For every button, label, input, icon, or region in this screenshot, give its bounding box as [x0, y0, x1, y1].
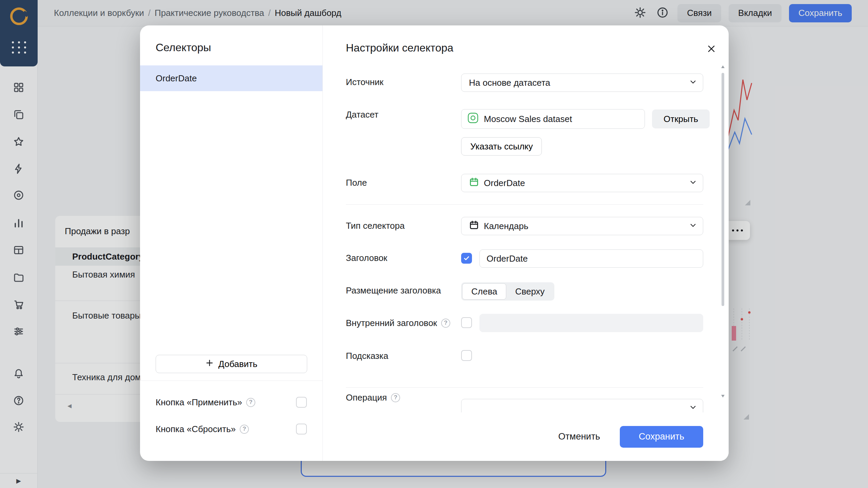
title-label: Заголовок — [346, 252, 387, 263]
source-label: Источник — [346, 77, 383, 87]
scroll-up-icon[interactable] — [721, 65, 725, 68]
source-value: На основе датасета — [469, 78, 550, 88]
field-label: Поле — [346, 177, 367, 188]
add-selector-button[interactable]: Добавить — [156, 355, 307, 373]
reset-button-row: Кнопка «Сбросить» ? — [156, 421, 307, 438]
calendar-icon — [469, 220, 479, 232]
inner-title-input[interactable] — [479, 314, 703, 332]
scroll-down-icon[interactable] — [721, 395, 725, 398]
chevron-down-icon — [689, 403, 697, 413]
placement-option-top[interactable]: Сверху — [506, 283, 553, 300]
inner-title-text: Внутренний заголовок — [346, 318, 437, 328]
hint-label: Подсказка — [346, 350, 388, 361]
selector-type-label: Тип селектора — [346, 220, 405, 231]
source-select[interactable]: На основе датасета — [461, 74, 703, 92]
help-circle-icon[interactable]: ? — [391, 393, 400, 402]
selector-dialog: Селекторы OrderDate Добавить Кнопка «При… — [140, 25, 729, 461]
placement-option-left[interactable]: Слева — [462, 283, 506, 300]
form-divider — [346, 387, 703, 388]
selector-item-label: OrderDate — [156, 73, 197, 84]
apply-button-row: Кнопка «Применить» ? — [156, 394, 307, 411]
panel-divider — [140, 381, 322, 381]
dataset-name: Moscow Sales dataset — [484, 114, 572, 124]
help-circle-icon[interactable]: ? — [240, 425, 249, 434]
operation-label: Операция ? — [346, 392, 400, 403]
calendar-field-icon — [469, 177, 479, 189]
close-icon — [707, 44, 716, 55]
placement-label: Размещение заголовка — [346, 285, 441, 296]
plus-icon — [205, 359, 214, 369]
dialog-scrollbar — [720, 65, 726, 398]
help-circle-icon[interactable]: ? — [246, 398, 255, 407]
selectors-list-panel: Селекторы OrderDate Добавить Кнопка «При… — [140, 25, 323, 461]
dataset-field[interactable]: Moscow Sales dataset — [461, 109, 645, 129]
dialog-footer: Отменить Сохранить — [323, 412, 729, 461]
title-checkbox[interactable] — [461, 253, 472, 264]
field-select[interactable]: OrderDate — [461, 174, 703, 192]
title-input[interactable] — [479, 249, 703, 268]
dataset-icon — [467, 112, 479, 126]
selectors-panel-title: Селекторы — [156, 41, 211, 54]
help-circle-icon[interactable]: ? — [441, 319, 450, 328]
chevron-down-icon — [689, 78, 697, 88]
chevron-down-icon — [689, 221, 697, 231]
selector-type-select[interactable]: Календарь — [461, 217, 703, 235]
check-icon — [463, 255, 470, 262]
dataset-label: Датасет — [346, 109, 378, 120]
field-value: OrderDate — [484, 178, 525, 188]
form-divider — [346, 204, 703, 205]
chevron-down-icon — [689, 178, 697, 188]
inner-title-label: Внутренний заголовок ? — [346, 318, 450, 328]
selector-settings-panel: Настройки селектора Источник На основе д… — [323, 25, 729, 461]
reset-button-label: Кнопка «Сбросить» — [156, 424, 236, 434]
apply-button-checkbox[interactable] — [296, 397, 307, 408]
open-dataset-button[interactable]: Открыть — [652, 109, 710, 128]
selector-type-value: Календарь — [484, 221, 528, 231]
dialog-save-button[interactable]: Сохранить — [620, 426, 703, 448]
operation-text: Операция — [346, 392, 387, 403]
settings-panel-title: Настройки селектора — [346, 42, 453, 54]
reset-button-checkbox[interactable] — [296, 424, 307, 434]
close-dialog-button[interactable] — [704, 42, 719, 57]
cancel-button[interactable]: Отменить — [548, 426, 610, 448]
app-root: Коллекции и воркбуки / Практические руко… — [0, 0, 868, 488]
add-selector-label: Добавить — [218, 359, 257, 369]
specify-link-button[interactable]: Указать ссылку — [461, 137, 542, 156]
hint-checkbox[interactable] — [461, 350, 472, 361]
selector-list-item-orderdate[interactable]: OrderDate — [140, 65, 322, 91]
apply-button-label: Кнопка «Применить» — [156, 397, 242, 408]
scrollbar-thumb[interactable] — [722, 73, 724, 306]
placement-segmented-control: Слева Сверху — [461, 282, 554, 301]
inner-title-checkbox[interactable] — [461, 317, 472, 328]
